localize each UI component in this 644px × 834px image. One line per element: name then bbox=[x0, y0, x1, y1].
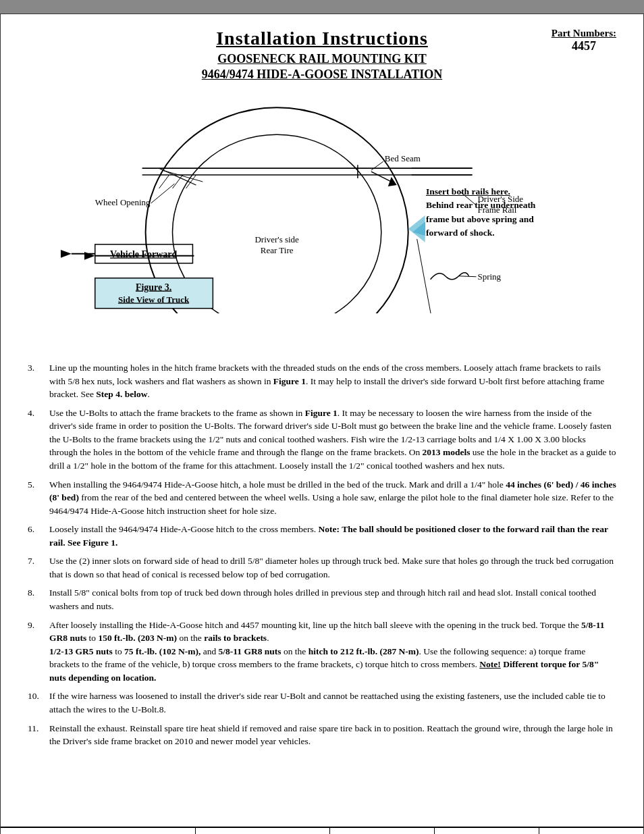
instruction-7: 7. Use the (2) inner slots on forward si… bbox=[28, 554, 616, 581]
svg-line-21 bbox=[371, 161, 383, 170]
footer-part: 4457N bbox=[330, 828, 435, 834]
svg-text:Driver's side: Driver's side bbox=[254, 234, 299, 244]
instruction-num-9: 9. bbox=[28, 619, 49, 685]
instruction-text-9: After loosely installing the Hide-A-Goos… bbox=[49, 619, 616, 685]
svg-line-26 bbox=[459, 276, 477, 277]
subtitle1: GOOSENECK RAIL MOUNTING KIT bbox=[28, 52, 616, 66]
page-title: Installation Instructions bbox=[28, 28, 616, 49]
svg-text:Bed Seam: Bed Seam bbox=[385, 153, 421, 163]
content-area: Part Numbers: 4457 Installation Instruct… bbox=[1, 14, 643, 827]
instruction-num-7: 7. bbox=[28, 554, 49, 581]
footer: © 2012, 2013 Cequent Performance Product… bbox=[1, 827, 643, 834]
part-numbers-value: 4457 bbox=[552, 39, 616, 53]
instruction-11: 11. Reinstall the exhaust. Reinstall spa… bbox=[28, 722, 616, 748]
header: Part Numbers: 4457 Installation Instruct… bbox=[28, 28, 616, 85]
instruction-8: 8. Install 5/8" conical bolts from top o… bbox=[28, 586, 616, 613]
instruction-text-10: If the wire harness was loosened to inst… bbox=[49, 689, 616, 716]
instruction-5: 5. When installing the 9464/9474 Hide-A-… bbox=[28, 478, 616, 518]
instruction-text-11: Reinstall the exhaust. Reinstall spare t… bbox=[49, 722, 616, 748]
footer-rev: Rev. B bbox=[539, 828, 643, 834]
instruction-num-5: 5. bbox=[28, 478, 49, 518]
footer-copyright: © 2012, 2013 Cequent Performance Product… bbox=[1, 828, 196, 834]
instruction-9: 9. After loosely installing the Hide-A-G… bbox=[28, 619, 616, 685]
page: Part Numbers: 4457 Installation Instruct… bbox=[0, 14, 644, 834]
instruction-10: 10. If the wire harness was loosened to … bbox=[28, 689, 616, 716]
instruction-text-5: When installing the 9464/9474 Hide-A-Goo… bbox=[49, 478, 616, 518]
subtitle2: 9464/9474 HIDE-A-GOOSE INSTALLATION bbox=[28, 68, 616, 82]
instruction-num-6: 6. bbox=[28, 523, 49, 549]
instruction-num-4: 4. bbox=[28, 407, 49, 473]
instruction-num-10: 10. bbox=[28, 689, 49, 716]
svg-text:Wheel Opening: Wheel Opening bbox=[95, 197, 151, 207]
svg-text:Spring: Spring bbox=[477, 271, 501, 282]
instruction-text-8: Install 5/8" conical bolts from top of t… bbox=[49, 586, 616, 613]
instruction-4: 4. Use the U-Bolts to attach the frame b… bbox=[28, 407, 616, 473]
footer-sheet: Sheet 3 of 8 bbox=[196, 828, 331, 834]
footer-date: 5-8-13 bbox=[435, 828, 539, 834]
svg-line-13 bbox=[371, 172, 392, 182]
svg-text:Rear Tire: Rear Tire bbox=[261, 245, 294, 255]
svg-line-10 bbox=[159, 175, 169, 188]
svg-text:Side View of Truck: Side View of Truck bbox=[118, 294, 190, 305]
instruction-text-3: Line up the mounting holes in the hitch … bbox=[49, 361, 616, 401]
part-numbers: Part Numbers: 4457 bbox=[552, 28, 616, 53]
instruction-num-8: 8. bbox=[28, 586, 49, 613]
instruction-text-7: Use the (2) inner slots on forward side … bbox=[49, 554, 616, 581]
insert-rails-label: Insert both rails here. Behind rear tire… bbox=[426, 185, 635, 240]
part-numbers-label: Part Numbers: bbox=[552, 28, 616, 39]
instructions-list: 3. Line up the mounting holes in the hit… bbox=[28, 361, 616, 748]
instruction-num-11: 11. bbox=[28, 722, 49, 748]
svg-text:Vehicle Forward: Vehicle Forward bbox=[110, 249, 177, 259]
instruction-text-4: Use the U-Bolts to attach the frame brac… bbox=[49, 407, 616, 473]
svg-text:Figure 3.: Figure 3. bbox=[136, 282, 171, 292]
instruction-text-6: Loosely install the 9464/9474 Hide-A-Goo… bbox=[49, 523, 616, 549]
instruction-6: 6. Loosely install the 9464/9474 Hide-A-… bbox=[28, 523, 616, 549]
instruction-3: 3. Line up the mounting holes in the hit… bbox=[28, 361, 616, 401]
instruction-num-3: 3. bbox=[28, 361, 49, 401]
